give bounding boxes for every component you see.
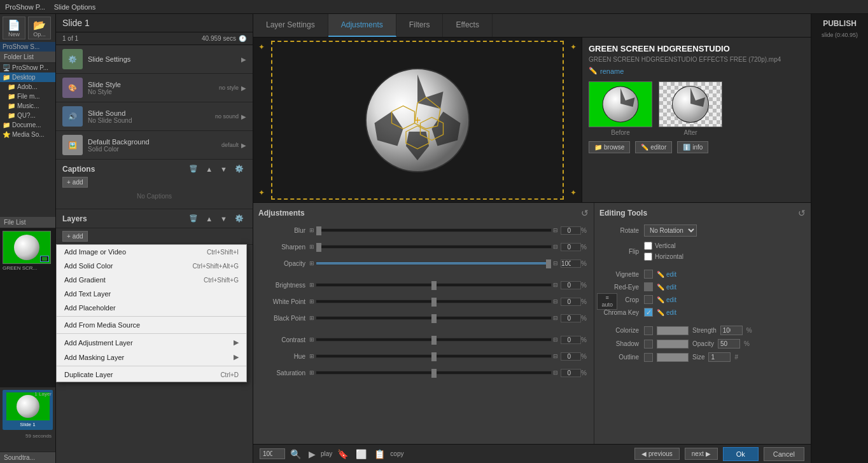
contrast-value[interactable] xyxy=(561,336,581,344)
app-title: ProShow P... xyxy=(0,3,50,11)
white-point-slider-thumb[interactable] xyxy=(431,298,437,307)
shadow-checkbox[interactable] xyxy=(644,340,653,349)
layer-settings-btn[interactable]: ⚙️ xyxy=(232,213,246,224)
tab-filters[interactable]: Filters xyxy=(396,14,444,37)
duplicate-layer-item[interactable]: Duplicate Layer Ctrl+D xyxy=(57,368,246,382)
move-up-layer-btn[interactable]: ▲ xyxy=(203,214,215,224)
vertical-flip-checkbox[interactable] xyxy=(644,242,652,250)
add-placeholder-item[interactable]: Add Placeholder xyxy=(57,301,246,315)
chroma-key-edit-btn[interactable]: ✏️ edit xyxy=(657,309,676,316)
horizontal-flip-checkbox[interactable] xyxy=(644,252,652,261)
shadow-opacity-input[interactable] xyxy=(718,339,740,349)
vignette-checkbox[interactable] xyxy=(644,270,653,279)
new-button[interactable]: 📄 New xyxy=(3,17,25,39)
add-image-video-item[interactable]: Add Image or Video Ctrl+Shift+I xyxy=(57,245,246,259)
chroma-key-checkbox[interactable]: ✓ xyxy=(644,308,653,317)
colorize-strength-input[interactable] xyxy=(720,326,743,335)
reset-editing-tools-btn[interactable]: ↺ xyxy=(798,208,806,218)
add-from-media-source-item[interactable]: Add From Media Source xyxy=(57,318,246,332)
caption-settings-btn[interactable]: ⚙️ xyxy=(232,163,246,174)
zoom-input[interactable] xyxy=(260,448,285,459)
rotate-select[interactable]: No Rotation 90° CW 90° CCW 180° xyxy=(644,225,697,237)
folder-item[interactable]: 📁Music... xyxy=(0,101,55,111)
slide-sound-item[interactable]: 🔊 Slide Sound No Slide Sound no sound ▶ xyxy=(56,102,253,131)
saturation-slider-thumb[interactable] xyxy=(431,369,437,378)
sharpen-value[interactable] xyxy=(561,243,581,251)
add-layer-btn[interactable]: + add xyxy=(62,231,88,242)
file-thumbnail[interactable] xyxy=(3,231,51,264)
cancel-btn[interactable]: Cancel xyxy=(764,447,804,461)
crop-edit-btn[interactable]: ✏️ edit xyxy=(657,296,676,303)
hue-slider-thumb[interactable] xyxy=(431,352,437,361)
white-point-value[interactable] xyxy=(561,298,581,306)
folder-item[interactable]: 🖥️ProShow P... xyxy=(0,63,55,73)
tab-layer-settings[interactable]: Layer Settings xyxy=(253,14,328,37)
hue-value[interactable] xyxy=(561,352,581,361)
red-eye-checkbox[interactable] xyxy=(644,282,653,291)
slide-style-item[interactable]: 🎨 Slide Style No Style no style ▶ xyxy=(56,74,253,102)
play-btn[interactable]: ▶ xyxy=(306,448,318,460)
add-adjustment-layer-item[interactable]: Add Adjustment Layer ▶ xyxy=(57,335,246,350)
folder-item[interactable]: ⭐Media So... xyxy=(0,130,55,139)
open-button[interactable]: 📂 Op... xyxy=(28,17,51,39)
delete-caption-btn[interactable]: 🗑️ xyxy=(186,163,200,174)
outline-label: Outline xyxy=(599,354,644,361)
add-masking-layer-item[interactable]: Add Masking Layer ▶ xyxy=(57,350,246,364)
brightness-value[interactable] xyxy=(561,281,581,289)
add-solid-color-item[interactable]: Add Solid Color Ctrl+Shift+Alt+G xyxy=(57,259,246,273)
blur-slider-thumb[interactable] xyxy=(316,226,321,235)
shadow-swatch[interactable] xyxy=(657,340,689,349)
default-bg-item[interactable]: 🖼️ Default Background Solid Color defaul… xyxy=(56,131,253,160)
folder-item[interactable]: 📁File m... xyxy=(0,92,55,101)
add-gradient-item[interactable]: Add Gradient Ctrl+Shift+G xyxy=(57,273,246,287)
editor-btn[interactable]: ✏️ editor xyxy=(635,141,672,153)
blur-value[interactable] xyxy=(561,226,581,235)
red-eye-edit-btn[interactable]: ✏️ edit xyxy=(657,284,676,291)
red-eye-label: Red-Eye xyxy=(599,284,644,291)
opacity-value[interactable] xyxy=(561,259,581,268)
move-down-layer-btn[interactable]: ▼ xyxy=(218,214,230,224)
copy-btn[interactable]: 📋 xyxy=(372,448,388,460)
vertical-flip-label[interactable]: Vertical xyxy=(644,242,676,250)
add-caption-btn[interactable]: + add xyxy=(62,177,88,188)
delete-layer-btn[interactable]: 🗑️ xyxy=(186,213,200,224)
outline-size-input[interactable] xyxy=(708,352,731,362)
auto-btn[interactable]: ≡ auto xyxy=(597,293,617,310)
tab-effects[interactable]: Effects xyxy=(443,14,492,37)
sharpen-slider-thumb[interactable] xyxy=(316,243,321,252)
rename-btn[interactable]: ✏️ rename xyxy=(589,67,804,75)
browse-btn[interactable]: 📁 browse xyxy=(589,141,630,153)
slide-1-thumb[interactable]: Slide 1 1 Layer 59 seconds xyxy=(3,390,53,430)
info-btn[interactable]: ℹ️ info xyxy=(677,141,708,153)
folder-item[interactable]: 📁Adob... xyxy=(0,82,55,92)
tab-adjustments[interactable]: Adjustments xyxy=(328,14,396,37)
contrast-slider-thumb[interactable] xyxy=(431,336,437,345)
slide-settings-item[interactable]: ⚙️ Slide Settings ▶ xyxy=(56,45,253,74)
black-point-value[interactable] xyxy=(561,314,581,322)
brightness-slider-thumb[interactable] xyxy=(431,281,437,290)
add-text-layer-item[interactable]: Add Text Layer xyxy=(57,287,246,301)
screen-btn[interactable]: ⬜ xyxy=(353,448,369,460)
next-btn[interactable]: next ▶ xyxy=(685,448,718,460)
crop-checkbox[interactable] xyxy=(644,295,653,304)
horizontal-flip-label[interactable]: Horizontal xyxy=(644,252,683,261)
folder-item[interactable]: 📁Docume... xyxy=(0,120,55,130)
folder-item[interactable]: 📁Desktop xyxy=(0,73,55,82)
colorize-swatch[interactable] xyxy=(657,326,689,335)
black-point-slider-thumb[interactable] xyxy=(431,314,437,323)
folder-item[interactable]: 📁QU?... xyxy=(0,111,55,120)
move-down-caption-btn[interactable]: ▼ xyxy=(218,163,230,174)
vignette-edit-btn[interactable]: ✏️ edit xyxy=(657,271,676,278)
saturation-value[interactable] xyxy=(561,369,581,377)
move-up-caption-btn[interactable]: ▲ xyxy=(203,163,215,174)
opacity-slider-thumb[interactable] xyxy=(546,259,551,268)
previous-btn[interactable]: ◀ previous xyxy=(634,448,680,460)
ok-btn[interactable]: Ok xyxy=(723,447,759,461)
outline-swatch[interactable] xyxy=(657,353,689,362)
reset-adjustments-btn[interactable]: ↺ xyxy=(581,208,589,218)
colorize-checkbox[interactable] xyxy=(644,326,653,335)
zoom-btn[interactable]: 🔍 xyxy=(288,448,304,460)
outline-hash: # xyxy=(734,354,738,361)
bookmark-btn[interactable]: 🔖 xyxy=(335,448,351,460)
outline-checkbox[interactable] xyxy=(644,353,653,362)
